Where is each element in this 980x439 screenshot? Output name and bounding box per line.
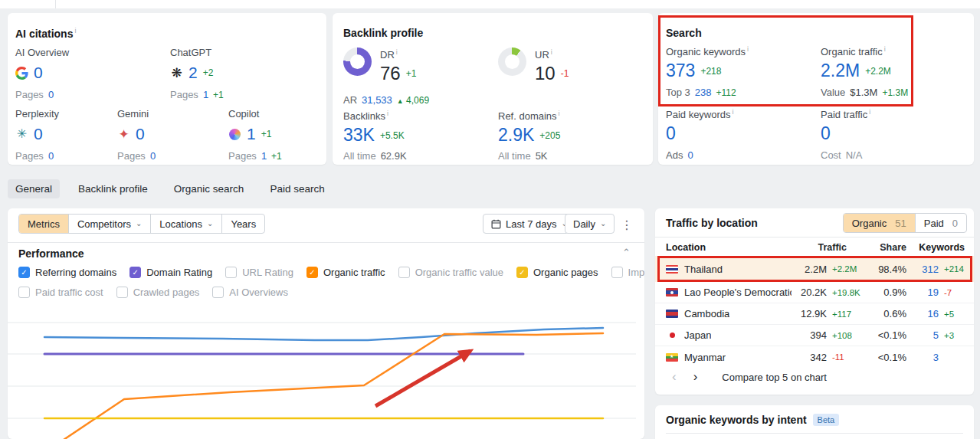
organic-keywords-diff: +218 [700, 66, 721, 77]
date-range-button[interactable]: Last 7 days⌄ [483, 214, 576, 234]
metric-label: Organic traffic [323, 267, 385, 278]
backlinks-value[interactable]: 33K [343, 125, 375, 146]
col-location[interactable]: Location [666, 242, 792, 253]
organic-paid-toggle: Organic51 Paid0 [843, 213, 967, 233]
ads-value[interactable]: 0 [687, 149, 693, 161]
backlink-profile-card: Backlink profile DRi 76+1 AR 31,533 ▲ 4,… [333, 13, 653, 165]
metric-checkbox-organic-traffic-value[interactable]: ✓Organic traffic value [398, 267, 503, 278]
organic-traffic-stat: Organic traffici 2.2M+2.2M Value$1.3M+1.… [821, 45, 908, 98]
traffic-value: 12.9K [792, 308, 827, 319]
metric-checkbox-crawled-pages[interactable]: ✓Crawled pages [116, 287, 200, 298]
metric-checkbox-impressions[interactable]: ✓Impressions [611, 267, 644, 278]
info-icon: i [74, 27, 76, 34]
dr-donut-chart [343, 48, 372, 76]
organic-toggle[interactable]: Organic51 [844, 214, 916, 232]
traffic-diff: -11 [827, 352, 867, 362]
pages-diff: +1 [271, 151, 282, 162]
keywords-value[interactable]: 312 [906, 264, 939, 275]
organic-keywords-stat: Organic keywordsi 373+218 Top 3238+112 [666, 45, 749, 98]
keywords-value[interactable]: 16 [906, 308, 939, 319]
col-keywords[interactable]: Keywords [906, 242, 965, 253]
traffic-diff: +19.8K [827, 288, 867, 297]
location-table-header: Location Traffic Share Keywords [666, 242, 965, 253]
keywords-value[interactable]: 5 [906, 329, 939, 341]
chart-filter-group: Metrics Competitors⌄ Locations⌄ Years [18, 214, 265, 234]
next-page-icon[interactable]: › [693, 369, 698, 385]
backlinks-diff: +5.5K [380, 130, 405, 141]
tab-paid-search[interactable]: Paid search [262, 179, 332, 198]
stat-value: 0 [136, 125, 145, 143]
compare-top5-link[interactable]: Compare top 5 on chart [722, 372, 827, 383]
laos-flag-icon [666, 288, 678, 296]
stat-label: Perplexity [15, 108, 59, 120]
ref-domains-alltime: 5K [536, 150, 548, 162]
granularity-button[interactable]: Daily⌄ [565, 214, 615, 234]
up-triangle-icon: ▲ [397, 97, 404, 105]
pages-value[interactable]: 0 [150, 150, 156, 162]
location-row-myanmar[interactable]: Myanmar 342 -11 <0.1% 3 [655, 346, 974, 368]
keywords-diff: +3 [939, 331, 965, 340]
stat-label: Copilot [228, 108, 282, 120]
traffic-value: 20.2K [792, 287, 827, 298]
tab-general[interactable]: General [8, 179, 60, 198]
section-tabs: General Backlink profile Organic search … [8, 179, 333, 198]
chevron-down-icon: ⌄ [600, 219, 606, 228]
location-row-thailand[interactable]: Thailand 2.2M +2.2M 98.4% 312 +214 [655, 256, 974, 282]
metric-checkbox-paid-traffic-cost[interactable]: ✓Paid traffic cost [18, 287, 103, 298]
col-traffic[interactable]: Traffic [792, 242, 847, 253]
keywords-value[interactable]: 19 [906, 287, 939, 298]
prev-page-icon[interactable]: ‹ [672, 369, 677, 385]
metric-checkbox-url-rating[interactable]: ✓URL Rating [225, 267, 293, 278]
checkbox-icon: ✓ [516, 267, 528, 278]
metric-checkbox-organic-traffic[interactable]: ✓Organic traffic [306, 267, 385, 278]
ur-donut-chart [498, 48, 526, 76]
ar-value[interactable]: 31,533 [362, 94, 392, 106]
metric-checkbox-domain-rating[interactable]: ✓Domain Rating [129, 267, 212, 278]
share-value: 0.6% [867, 308, 906, 319]
traffic-value: 2.2M [792, 264, 827, 275]
tab-backlink-profile[interactable]: Backlink profile [70, 179, 156, 198]
checkbox-icon: ✓ [398, 267, 410, 278]
chatgpt-stat: ChatGPT ❋ 2 +2 Pages1+1 [170, 47, 224, 100]
performance-title: Performance [18, 247, 84, 260]
location-row-cambodia[interactable]: Cambodia 12.9K +117 0.6% 16 +5 [655, 303, 974, 325]
location-row-japan[interactable]: Japan 394 +108 <0.1% 5 +3 [655, 325, 974, 346]
metric-checkbox-ai-overviews[interactable]: ✓AI Overviews [212, 287, 288, 298]
keywords-value[interactable]: 3 [906, 352, 939, 363]
kebab-menu-icon[interactable]: ⋮ [621, 218, 633, 232]
top3-diff: +112 [716, 87, 736, 98]
metric-toggles-row-2: ✓Paid traffic cost ✓Crawled pages ✓AI Ov… [18, 287, 288, 298]
competitors-segment[interactable]: Competitors⌄ [69, 215, 151, 233]
country-name: Japan [684, 329, 711, 341]
pages-value[interactable]: 1 [261, 150, 267, 162]
metric-checkbox-referring-domains[interactable]: ✓Referring domains [18, 267, 116, 278]
ref-domains-value[interactable]: 2.9K [498, 125, 534, 146]
stat-label: Gemini [117, 108, 156, 120]
ref-domains-stat: Ref. domainsi 2.9K+205 All time5K [498, 110, 560, 162]
paid-traffic-value[interactable]: 0 [821, 123, 831, 144]
col-share[interactable]: Share [847, 242, 906, 253]
location-row-laos[interactable]: Lao People's Democratic Reput 20.2K +19.… [655, 282, 974, 303]
pages-value[interactable]: 0 [48, 150, 54, 162]
myanmar-flag-icon [666, 353, 678, 362]
country-name: Thailand [684, 264, 723, 275]
metric-label: Impressions [628, 267, 644, 278]
metric-checkbox-organic-pages[interactable]: ✓Organic pages [516, 267, 598, 278]
traffic-by-location-title: Traffic by location [666, 217, 758, 229]
metrics-segment[interactable]: Metrics [19, 215, 69, 233]
collapse-chevron-icon[interactable]: ⌃ [622, 247, 631, 258]
paid-toggle[interactable]: Paid0 [916, 214, 966, 232]
organic-traffic-value[interactable]: 2.2M [821, 61, 860, 81]
perplexity-stat: Perplexity ✳ 0 Pages0 [15, 108, 59, 162]
traffic-diff: +2.2M [827, 264, 867, 274]
locations-segment[interactable]: Locations⌄ [151, 215, 222, 233]
paid-keywords-value[interactable]: 0 [666, 123, 676, 144]
pages-value[interactable]: 1 [203, 89, 208, 100]
pages-value[interactable]: 0 [48, 89, 54, 100]
tab-organic-search[interactable]: Organic search [166, 179, 252, 198]
dr-stat: DRi 76+1 [343, 48, 416, 84]
top3-value[interactable]: 238 [695, 87, 712, 98]
traffic-diff: +108 [827, 331, 867, 340]
years-segment[interactable]: Years [222, 215, 264, 233]
organic-keywords-value[interactable]: 373 [666, 61, 695, 81]
